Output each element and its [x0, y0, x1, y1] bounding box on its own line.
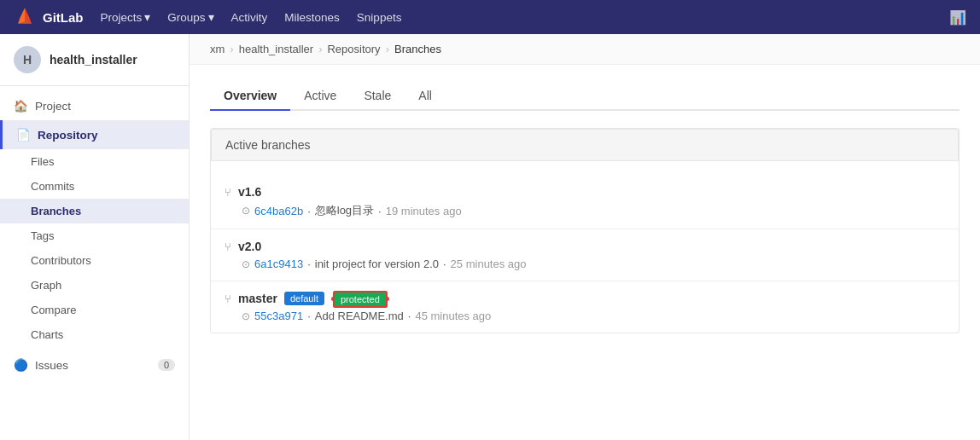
branch-icon: ⑂ [225, 240, 231, 253]
nav-activity[interactable]: Activity [231, 11, 268, 24]
bar-chart-icon[interactable]: 📊 [949, 9, 966, 26]
commit-sep: · [307, 310, 311, 322]
breadcrumb-xm[interactable]: xm [210, 43, 225, 55]
main-content: xm › health_installer › Repository › Bra… [190, 34, 980, 440]
branch-tabs: Overview Active Stale All [210, 82, 960, 111]
commit-time: 45 minutes ago [415, 310, 491, 322]
protected-badge-wrapper: protected [331, 297, 389, 301]
commit-time: 25 minutes ago [451, 258, 527, 270]
breadcrumb-repository[interactable]: Repository [327, 43, 380, 55]
tab-overview[interactable]: Overview [210, 82, 290, 111]
chevron-down-icon: ▾ [208, 10, 214, 24]
svg-marker-1 [18, 9, 25, 24]
sidebar-header: H health_installer [0, 34, 189, 86]
commit-sep: · [378, 205, 382, 217]
branch-commit-row: ⊙ 6c4ba62b · 忽略log目录 · 19 minutes ago [242, 203, 945, 218]
brand-name: GitLab [43, 10, 84, 25]
nav-milestones[interactable]: Milestones [284, 11, 340, 24]
nav-snippets[interactable]: Snippets [357, 11, 402, 24]
branch-name[interactable]: v2.0 [238, 240, 261, 253]
commit-message: · [307, 205, 311, 217]
breadcrumb-current: Branches [394, 43, 441, 55]
commit-message-text: 忽略log目录 [315, 203, 374, 218]
top-navigation: GitLab Projects ▾ Groups ▾ Activity Mile… [0, 0, 980, 34]
breadcrumb-sep-3: › [386, 43, 389, 55]
sidebar-item-charts[interactable]: Charts [0, 322, 189, 347]
sidebar-item-branches[interactable]: Branches [0, 199, 189, 223]
gitlab-logo-icon [14, 6, 36, 28]
sidebar-item-issues[interactable]: 🔵 Issues 0 [0, 350, 189, 379]
commit-icon: ⊙ [242, 258, 250, 270]
sidebar-item-repository[interactable]: 📄 Repository [0, 120, 189, 149]
brand-logo[interactable]: GitLab [14, 6, 84, 28]
home-icon: 🏠 [14, 99, 28, 113]
breadcrumb: xm › health_installer › Repository › Bra… [190, 34, 980, 65]
branch-icon: ⑂ [225, 292, 231, 305]
branch-item-v1-6: ⑂ v1.6 ⊙ 6c4ba62b · 忽略log目录 · 19 minutes… [211, 175, 959, 229]
topnav-right: 📊 [949, 9, 966, 26]
project-name: health_installer [50, 53, 137, 67]
sidebar-item-compare[interactable]: Compare [0, 298, 189, 322]
breadcrumb-sep-1: › [230, 43, 233, 55]
commit-sep: · [307, 258, 311, 270]
commit-hash[interactable]: 6c4ba62b [254, 205, 303, 217]
commit-time: 19 minutes ago [386, 205, 462, 217]
page-content: Overview Active Stale All Active branche… [190, 65, 980, 350]
branch-item-v2-0: ⑂ v2.0 ⊙ 6a1c9413 · init project for ver… [211, 229, 959, 281]
sidebar: H health_installer 🏠 Project 📄 Repositor… [0, 34, 190, 440]
protected-badge: protected [333, 291, 388, 308]
branch-icon: ⑂ [225, 186, 231, 199]
commit-message-text: Add README.md [315, 310, 404, 322]
branch-item-master: ⑂ master default protected ⊙ 55c3a971 · … [211, 281, 959, 333]
tab-stale[interactable]: Stale [350, 82, 405, 111]
issues-count-badge: 0 [158, 359, 175, 371]
commit-icon: ⊙ [242, 310, 250, 322]
tab-active[interactable]: Active [290, 82, 350, 111]
commit-message-text: init project for version 2.0 [315, 258, 439, 270]
sidebar-item-graph[interactable]: Graph [0, 273, 189, 298]
active-branches-title: Active branches [211, 129, 959, 161]
sidebar-item-contributors[interactable]: Contributors [0, 248, 189, 273]
svg-marker-2 [25, 9, 32, 24]
commit-hash[interactable]: 55c3a971 [254, 310, 303, 322]
branch-name[interactable]: v1.6 [238, 185, 261, 199]
branch-name-row: ⑂ v1.6 [225, 185, 945, 199]
commit-sep2: · [408, 310, 411, 322]
commit-icon: ⊙ [242, 205, 250, 217]
branch-name-row: ⑂ v2.0 [225, 240, 945, 253]
branch-commit-row: ⊙ 55c3a971 · Add README.md · 45 minutes … [242, 310, 945, 322]
sidebar-nav: 🏠 Project 📄 Repository Files Commits Bra… [0, 86, 189, 385]
nav-projects[interactable]: Projects ▾ [101, 10, 151, 24]
branch-commit-row: ⊙ 6a1c9413 · init project for version 2.… [242, 258, 945, 270]
default-badge: default [284, 292, 324, 305]
book-icon: 📄 [16, 128, 31, 142]
commit-sep2: · [443, 258, 446, 270]
tab-all[interactable]: All [405, 82, 446, 111]
commit-hash[interactable]: 6a1c9413 [254, 258, 303, 270]
avatar: H [14, 46, 41, 73]
sidebar-item-tags[interactable]: Tags [0, 223, 189, 248]
branch-name[interactable]: master [238, 292, 277, 305]
branch-name-row: ⑂ master default protected [225, 292, 945, 305]
nav-groups[interactable]: Groups ▾ [167, 10, 213, 24]
breadcrumb-health-installer[interactable]: health_installer [239, 43, 313, 55]
sidebar-item-project[interactable]: 🏠 Project [0, 91, 189, 120]
chevron-down-icon: ▾ [144, 10, 150, 24]
breadcrumb-sep-2: › [318, 43, 322, 55]
sidebar-item-files[interactable]: Files [0, 149, 189, 174]
issues-icon: 🔵 [14, 358, 28, 372]
sidebar-item-commits[interactable]: Commits [0, 174, 189, 199]
branch-list: Active branches ⑂ v1.6 ⊙ 6c4ba62b · 忽略lo… [210, 128, 960, 333]
